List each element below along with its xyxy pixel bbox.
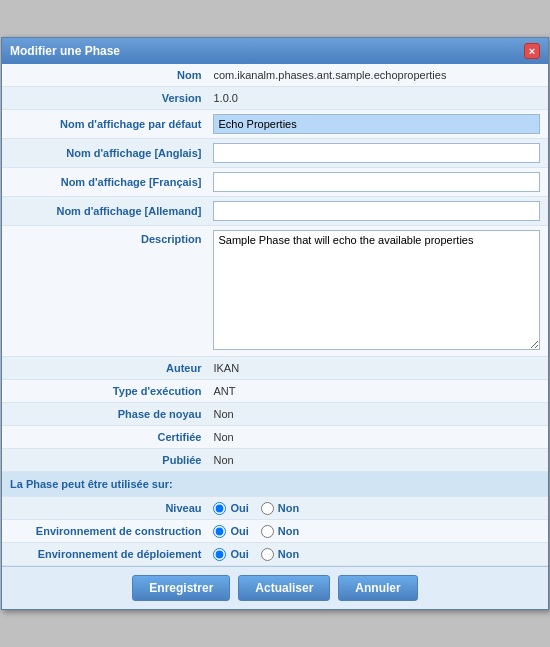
radio-niveau-non[interactable] — [261, 502, 274, 515]
radio-deploiement-oui-label: Oui — [230, 548, 248, 560]
value-niveau: Oui Non — [209, 497, 548, 520]
label-version: Version — [2, 87, 209, 110]
label-nom-allemand: Nom d'affichage [Allemand] — [2, 197, 209, 226]
label-publiee: Publiée — [2, 449, 209, 472]
label-description: Description — [2, 226, 209, 357]
label-nom: Nom — [2, 64, 209, 87]
row-phase-noyau: Phase de noyau Non — [2, 403, 548, 426]
row-nom-francais: Nom d'affichage [Français] — [2, 168, 548, 197]
row-niveau: Niveau Oui Non — [2, 497, 548, 520]
value-phase-noyau: Non — [209, 403, 548, 426]
phase-noyau-value: Non — [213, 408, 233, 420]
input-nom-anglais[interactable] — [213, 143, 540, 163]
value-env-construction: Oui Non — [209, 520, 548, 543]
nom-value: com.ikanalm.phases.ant.sample.echoproper… — [213, 69, 446, 81]
row-nom-defaut: Nom d'affichage par défaut — [2, 110, 548, 139]
button-row: Enregistrer Actualiser Annuler — [2, 566, 548, 609]
certifiee-value: Non — [213, 431, 233, 443]
value-nom-defaut — [209, 110, 548, 139]
label-niveau: Niveau — [2, 497, 209, 520]
value-certifiee: Non — [209, 426, 548, 449]
annuler-button[interactable]: Annuler — [338, 575, 417, 601]
label-nom-defaut: Nom d'affichage par défaut — [2, 110, 209, 139]
value-nom: com.ikanalm.phases.ant.sample.echoproper… — [209, 64, 548, 87]
input-nom-francais[interactable] — [213, 172, 540, 192]
label-nom-francais: Nom d'affichage [Français] — [2, 168, 209, 197]
auteur-value: IKAN — [213, 362, 239, 374]
row-certifiee: Certifiée Non — [2, 426, 548, 449]
label-certifiee: Certifiée — [2, 426, 209, 449]
input-nom-defaut[interactable] — [213, 114, 540, 134]
label-env-construction: Environnement de construction — [2, 520, 209, 543]
radio-niveau-oui-label: Oui — [230, 502, 248, 514]
radio-niveau-oui[interactable] — [213, 502, 226, 515]
value-env-deploiement: Oui Non — [209, 543, 548, 566]
label-phase-noyau: Phase de noyau — [2, 403, 209, 426]
input-nom-allemand[interactable] — [213, 201, 540, 221]
row-type-execution: Type d'exécution ANT — [2, 380, 548, 403]
modal-window: Modifier une Phase × Nom com.ikanalm.pha… — [1, 37, 549, 610]
radio-construction-oui[interactable] — [213, 525, 226, 538]
textarea-description[interactable]: Sample Phase that will echo the availabl… — [213, 230, 540, 350]
version-value: 1.0.0 — [213, 92, 237, 104]
publiee-value: Non — [213, 454, 233, 466]
row-publiee: Publiée Non — [2, 449, 548, 472]
section-header-label: La Phase peut être utilisée sur: — [10, 478, 173, 490]
value-description: Sample Phase that will echo the availabl… — [209, 226, 548, 357]
radio-groupe-construction: Oui Non — [213, 525, 540, 538]
radio-deploiement-non[interactable] — [261, 548, 274, 561]
value-nom-francais — [209, 168, 548, 197]
row-version: Version 1.0.0 — [2, 87, 548, 110]
window-title: Modifier une Phase — [10, 44, 120, 58]
actualiser-button[interactable]: Actualiser — [238, 575, 330, 601]
radio-deploiement-non-label: Non — [278, 548, 299, 560]
label-auteur: Auteur — [2, 357, 209, 380]
row-description: Description Sample Phase that will echo … — [2, 226, 548, 357]
form-table: Nom com.ikanalm.phases.ant.sample.echopr… — [2, 64, 548, 566]
row-env-construction: Environnement de construction Oui Non — [2, 520, 548, 543]
row-env-deploiement: Environnement de déploiement Oui Non — [2, 543, 548, 566]
row-auteur: Auteur IKAN — [2, 357, 548, 380]
radio-construction-non[interactable] — [261, 525, 274, 538]
value-version: 1.0.0 — [209, 87, 548, 110]
radio-niveau-non-label: Non — [278, 502, 299, 514]
type-execution-value: ANT — [213, 385, 235, 397]
radio-construction-oui-label: Oui — [230, 525, 248, 537]
row-nom-anglais: Nom d'affichage [Anglais] — [2, 139, 548, 168]
enregistrer-button[interactable]: Enregistrer — [132, 575, 230, 601]
value-type-execution: ANT — [209, 380, 548, 403]
row-nom-allemand: Nom d'affichage [Allemand] — [2, 197, 548, 226]
radio-deploiement-oui[interactable] — [213, 548, 226, 561]
row-section-header: La Phase peut être utilisée sur: — [2, 472, 548, 497]
row-nom: Nom com.ikanalm.phases.ant.sample.echopr… — [2, 64, 548, 87]
label-type-execution: Type d'exécution — [2, 380, 209, 403]
label-env-deploiement: Environnement de déploiement — [2, 543, 209, 566]
value-publiee: Non — [209, 449, 548, 472]
title-bar: Modifier une Phase × — [2, 38, 548, 64]
radio-groupe-deploiement: Oui Non — [213, 548, 540, 561]
close-button[interactable]: × — [524, 43, 540, 59]
value-auteur: IKAN — [209, 357, 548, 380]
radio-groupe-niveau: Oui Non — [213, 502, 540, 515]
label-nom-anglais: Nom d'affichage [Anglais] — [2, 139, 209, 168]
value-nom-anglais — [209, 139, 548, 168]
radio-construction-non-label: Non — [278, 525, 299, 537]
form-content: Nom com.ikanalm.phases.ant.sample.echopr… — [2, 64, 548, 609]
value-nom-allemand — [209, 197, 548, 226]
